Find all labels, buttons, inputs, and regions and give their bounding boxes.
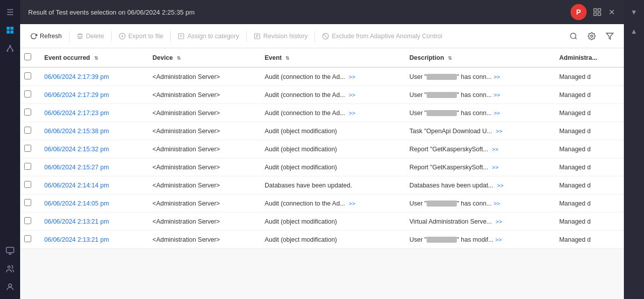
refresh-button[interactable]: Refresh <box>26 30 66 42</box>
col-occurred[interactable]: Event occurred ⇅ <box>38 48 146 67</box>
row-checkbox[interactable] <box>24 199 31 206</box>
occurred-cell[interactable]: 06/06/2024 2:17:29 pm <box>38 86 146 104</box>
col-event[interactable]: Event ⇅ <box>259 48 404 67</box>
event-cell: Audit (object modification) <box>259 158 404 176</box>
table-row[interactable]: 06/06/2024 2:14:05 pm<Administration Ser… <box>20 194 624 213</box>
row-checkbox-cell[interactable] <box>20 86 38 104</box>
delete-button[interactable]: Delete <box>72 30 108 42</box>
row-checkbox[interactable] <box>24 90 31 97</box>
table-row[interactable]: 06/06/2024 2:13:21 pm<Administration Ser… <box>20 231 624 249</box>
hamburger-icon[interactable]: ☰ <box>2 4 18 20</box>
row-checkbox-cell[interactable] <box>20 158 38 176</box>
select-all-checkbox[interactable] <box>24 53 31 60</box>
row-checkbox-cell[interactable] <box>20 213 38 231</box>
occurred-cell[interactable]: 06/06/2024 2:13:21 pm <box>38 231 146 249</box>
occurred-cell[interactable]: 06/06/2024 2:17:39 pm <box>38 67 146 86</box>
col-administration: Administra... <box>553 48 624 67</box>
row-checkbox[interactable] <box>24 109 31 116</box>
occurred-cell[interactable]: 06/06/2024 2:14:14 pm <box>38 176 146 194</box>
desc-more-btn[interactable]: >> <box>494 110 500 116</box>
description-cell: User "XXXXX" has conn...>> <box>404 86 553 104</box>
event-more-btn[interactable]: >> <box>349 201 355 207</box>
exclude-button[interactable]: Exclude from Adaptive Anomaly Control <box>318 30 446 42</box>
table-row[interactable]: 06/06/2024 2:13:21 pm<Administration Ser… <box>20 213 624 231</box>
row-checkbox-cell[interactable] <box>20 194 38 213</box>
table-row[interactable]: 06/06/2024 2:15:32 pm<Administration Ser… <box>20 140 624 158</box>
occurred-cell[interactable]: 06/06/2024 2:15:32 pm <box>38 140 146 158</box>
event-more-btn[interactable]: >> <box>349 92 355 98</box>
occurred-cell[interactable]: 06/06/2024 2:15:27 pm <box>38 158 146 176</box>
home-icon[interactable] <box>2 22 18 38</box>
redacted-text: XXXXX <box>427 74 457 80</box>
export-button[interactable]: Export to file <box>115 30 167 42</box>
separator-1 <box>69 31 69 41</box>
occurred-cell[interactable]: 06/06/2024 2:15:38 pm <box>38 122 146 140</box>
occurred-cell[interactable]: 06/06/2024 2:13:21 pm <box>38 213 146 231</box>
table-row[interactable]: 06/06/2024 2:15:27 pm<Administration Ser… <box>20 158 624 176</box>
table-header-row: Event occurred ⇅ Device ⇅ Event ⇅ Desc <box>20 48 624 67</box>
select-all-checkbox-col[interactable] <box>20 48 38 67</box>
row-checkbox[interactable] <box>24 217 31 224</box>
col-description[interactable]: Description ⇅ <box>404 48 553 67</box>
revision-button[interactable]: Revision history <box>250 30 311 42</box>
search-button[interactable] <box>566 28 582 44</box>
right-icon-2[interactable]: ▲ <box>626 23 642 39</box>
desc-more-btn[interactable]: >> <box>496 128 502 134</box>
table-row[interactable]: 06/06/2024 2:17:23 pm<Administration Ser… <box>20 104 624 122</box>
user-avatar[interactable]: P <box>571 4 587 20</box>
row-checkbox-cell[interactable] <box>20 104 38 122</box>
desc-more-btn[interactable]: >> <box>494 201 500 207</box>
row-checkbox[interactable] <box>24 235 31 242</box>
row-checkbox[interactable] <box>24 181 31 188</box>
desc-more-btn[interactable]: >> <box>496 237 502 243</box>
row-checkbox[interactable] <box>24 163 31 170</box>
row-checkbox-cell[interactable] <box>20 231 38 249</box>
filter-settings-button[interactable] <box>584 28 600 44</box>
svg-point-4 <box>10 45 11 46</box>
col-device[interactable]: Device ⇅ <box>146 48 259 67</box>
user-group-icon[interactable] <box>2 261 18 277</box>
table-row[interactable]: 06/06/2024 2:14:14 pm<Administration Ser… <box>20 176 624 194</box>
administration-cell: Managed d <box>553 231 624 249</box>
desc-more-btn[interactable]: >> <box>492 164 499 170</box>
assign-button[interactable]: Assign to category <box>174 30 243 42</box>
desc-more-btn[interactable]: >> <box>492 146 499 152</box>
desc-more-btn[interactable]: >> <box>497 182 504 188</box>
occurred-cell[interactable]: 06/06/2024 2:17:23 pm <box>38 104 146 122</box>
row-checkbox-cell[interactable] <box>20 176 38 194</box>
device-cell: <Administration Server> <box>146 104 259 122</box>
nodes-icon[interactable] <box>2 40 18 56</box>
event-more-btn[interactable]: >> <box>349 110 355 116</box>
right-icon-1[interactable]: ▼ <box>626 4 642 20</box>
svg-rect-9 <box>7 247 14 253</box>
desc-more-btn[interactable]: >> <box>494 92 500 98</box>
table-row[interactable]: 06/06/2024 2:15:38 pm<Administration Ser… <box>20 122 624 140</box>
device-cell: <Administration Server> <box>146 158 259 176</box>
desc-more-btn[interactable]: >> <box>496 219 502 225</box>
row-checkbox[interactable] <box>24 72 31 79</box>
table-row[interactable]: 06/06/2024 2:17:29 pm<Administration Ser… <box>20 86 624 104</box>
device-cell: <Administration Server> <box>146 67 259 86</box>
description-cell: User "XXXXX" has conn...>> <box>404 104 553 122</box>
svg-point-6 <box>12 50 14 52</box>
row-checkbox-cell[interactable] <box>20 67 38 86</box>
row-checkbox-cell[interactable] <box>20 140 38 158</box>
event-cell: Audit (connection to the Ad... >> <box>259 104 404 122</box>
device-cell: <Administration Server> <box>146 231 259 249</box>
redacted-text: XXXXX <box>427 237 457 243</box>
desc-more-btn[interactable]: >> <box>494 74 500 80</box>
separator-3 <box>170 31 171 41</box>
devices-icon[interactable] <box>2 243 18 259</box>
event-more-btn[interactable]: >> <box>349 74 355 80</box>
occurred-cell[interactable]: 06/06/2024 2:14:05 pm <box>38 194 146 213</box>
svg-line-8 <box>10 46 13 50</box>
layout-icon[interactable] <box>593 8 602 17</box>
filter-button[interactable] <box>602 28 618 44</box>
table-row[interactable]: 06/06/2024 2:17:39 pm<Administration Ser… <box>20 67 624 86</box>
person-icon[interactable] <box>2 279 18 295</box>
events-table-container[interactable]: Event occurred ⇅ Device ⇅ Event ⇅ Desc <box>20 48 624 299</box>
row-checkbox[interactable] <box>24 145 31 152</box>
close-icon[interactable] <box>608 8 616 16</box>
row-checkbox-cell[interactable] <box>20 122 38 140</box>
row-checkbox[interactable] <box>24 127 31 134</box>
